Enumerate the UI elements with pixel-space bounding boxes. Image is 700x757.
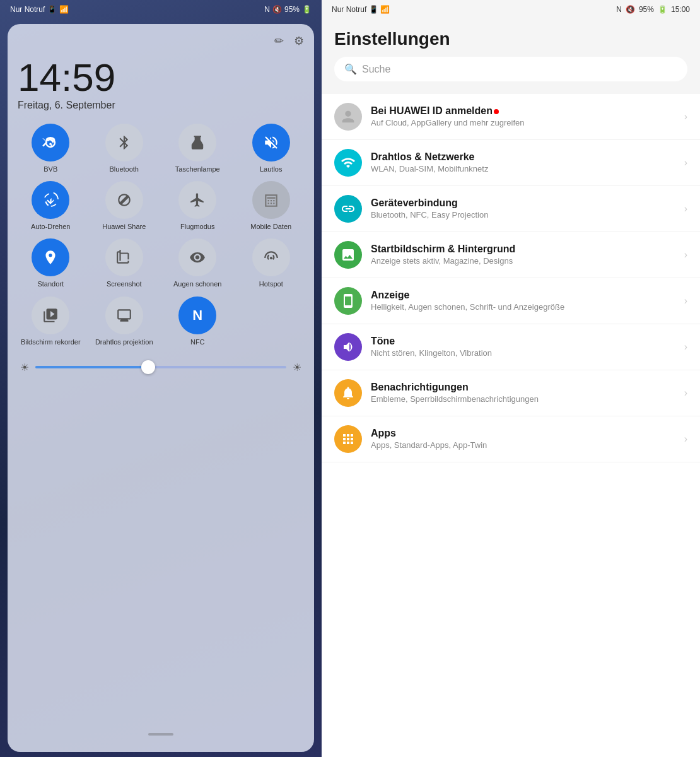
benachrichtigungen-icon [334, 379, 362, 407]
settings-item-toene[interactable]: Töne Nicht stören, Klingelton, Vibration… [322, 324, 700, 370]
card-header: ✏ ⚙ [18, 34, 304, 48]
settings-sub-startbildschirm: Anzeige stets aktiv, Magazine, Designs [371, 256, 679, 267]
toggle-taschenlampe-circle[interactable] [178, 124, 216, 161]
settings-title-netzwerke: Drahtlos & Netzwerke [371, 151, 679, 163]
settings-title-apps: Apps [371, 428, 679, 439]
settings-sub-toene: Nicht stören, Klingelton, Vibration [371, 348, 679, 359]
toggle-hotspot[interactable]: Hotspot [238, 238, 305, 288]
toggle-bluetooth[interactable]: Bluetooth [91, 124, 158, 173]
toggle-bvb[interactable]: BVB [18, 124, 84, 173]
status-icons-left: N 🔇 95% 🔋 [264, 5, 312, 14]
brightness-fill [35, 366, 148, 368]
search-placeholder: Suche [362, 64, 390, 75]
toggle-lautlos[interactable]: Lautlos [238, 124, 305, 173]
settings-item-benachrichtigungen[interactable]: Benachrichtigungen Embleme, Sperrbildsch… [322, 370, 700, 416]
settings-text-benachrichtigungen: Benachrichtigungen Embleme, Sperrbildsch… [371, 382, 679, 405]
chevron-icon: › [684, 249, 687, 261]
settings-text-startbildschirm: Startbildschirm & Hintergrund Anzeige st… [371, 244, 679, 267]
settings-item-startbildschirm[interactable]: Startbildschirm & Hintergrund Anzeige st… [322, 232, 700, 278]
mute-icon-right: 🔇 [626, 5, 635, 14]
swipe-bar [18, 727, 304, 742]
toggle-taschenlampe[interactable]: Taschen­lampe [165, 124, 231, 173]
chevron-icon: › [684, 203, 687, 214]
toggle-bildschirmrekorder-circle[interactable] [32, 296, 69, 334]
edit-icon[interactable]: ✏ [274, 34, 284, 48]
date-display: Freitag, 6. September [18, 100, 304, 111]
battery-icon-left: 🔋 [302, 5, 312, 14]
apps-icon [334, 425, 362, 453]
toggle-hotspot-circle[interactable] [252, 238, 290, 276]
toggle-mobiledaten-circle[interactable] [252, 181, 290, 219]
toggle-drahtlosprojektion[interactable]: Drahtlos projektion [91, 296, 158, 346]
toggle-bluetooth-circle[interactable] [105, 124, 143, 161]
toggle-huaweishare-label: Huawei Share [102, 223, 146, 231]
startbildschirm-icon [334, 241, 362, 269]
toggle-bildschirmrekorder[interactable]: Bildschirm rekorder [18, 296, 84, 346]
toggle-screenshot[interactable]: Screenshot [91, 238, 158, 288]
settings-title-toene: Töne [371, 336, 679, 347]
carrier-info-left: Nur Notruf 📱 📶 [10, 5, 69, 14]
toggle-huaweishare-circle[interactable] [105, 181, 143, 219]
brightness-high-icon: ☀ [293, 361, 301, 373]
search-icon: 🔍 [344, 63, 357, 75]
toggle-nfc-circle[interactable]: N [178, 296, 216, 334]
toggle-bildschirmrekorder-label: Bildschirm rekorder [21, 338, 81, 346]
toggle-bvb-label: BVB [44, 165, 57, 173]
settings-icon[interactable]: ⚙ [294, 34, 304, 48]
brightness-thumb[interactable] [141, 360, 155, 374]
page-title: Einstellungen [334, 29, 687, 49]
toggle-flugmodus[interactable]: Flugmodus [165, 181, 231, 231]
toggle-taschenlampe-label: Taschen­lampe [175, 165, 220, 173]
toggle-augenschonen-label: Augen schonen [173, 280, 221, 288]
avatar-icon [334, 103, 362, 131]
settings-title-geraeteverbindung: Geräteverbindung [371, 197, 679, 209]
clock-display: 14:59 [18, 58, 304, 97]
wifi-icon-left: 📶 [59, 5, 69, 14]
chevron-icon: › [684, 387, 687, 399]
settings-sub-apps: Apps, Standard-Apps, App-Twin [371, 440, 679, 451]
toggle-lautlos-circle[interactable] [252, 124, 290, 161]
notification-card: ✏ ⚙ 14:59 Freitag, 6. September BVB Blue… [8, 24, 314, 752]
settings-item-geraeteverbindung[interactable]: Geräteverbindung Bluetooth, NFC, Easy Pr… [322, 186, 700, 232]
toggle-drahtlosprojektion-label: Drahtlos projektion [95, 338, 153, 346]
nfc-status-left: N [264, 5, 270, 14]
toggle-drahtlosprojektion-circle[interactable] [105, 296, 143, 334]
toggle-empty [238, 296, 305, 346]
toggle-augenschonen[interactable]: Augen schonen [165, 238, 231, 288]
chevron-icon: › [684, 295, 687, 307]
carrier-info-right: Nur Notruf 📱 📶 [332, 5, 390, 14]
settings-item-apps[interactable]: Apps Apps, Standard-Apps, App-Twin › [322, 416, 700, 462]
wifi-icon-right: 📶 [380, 5, 390, 14]
brightness-row: ☀ ☀ [18, 356, 304, 378]
toggle-autodrehen[interactable]: Auto-Drehen [18, 181, 84, 231]
svg-point-1 [50, 143, 52, 146]
swipe-indicator[interactable] [148, 733, 173, 736]
chevron-icon: › [684, 341, 687, 353]
brightness-track[interactable] [35, 366, 286, 368]
carrier-text-left: Nur Notruf [10, 5, 45, 14]
toggle-mobiledaten[interactable]: Mobile Daten [238, 181, 305, 231]
toggle-bluetooth-label: Bluetooth [110, 165, 139, 173]
toggle-screenshot-circle[interactable] [105, 238, 143, 276]
settings-item-netzwerke[interactable]: Drahtlos & Netzwerke WLAN, Dual-SIM, Mob… [322, 140, 700, 186]
anzeige-icon [334, 287, 362, 315]
phone-icon-right: 📱 [369, 5, 378, 14]
status-bar-right: Nur Notruf 📱 📶 N 🔇 95% 🔋 15:00 [322, 0, 700, 19]
settings-title-anzeige: Anzeige [371, 290, 679, 301]
geraeteverbindung-icon [334, 195, 362, 223]
settings-header: Einstellungen 🔍 Suche [322, 19, 700, 89]
toggle-autodrehen-circle[interactable] [32, 181, 69, 219]
toggle-nfc[interactable]: N NFC [165, 296, 231, 346]
clock-right: 15:00 [671, 5, 690, 14]
toggle-huaweishare[interactable]: Huawei Share [91, 181, 158, 231]
settings-item-huawei-id[interactable]: Bei HUAWEI ID anmelden Auf Cloud, AppGal… [322, 94, 700, 140]
toggle-flugmodus-circle[interactable] [178, 181, 216, 219]
toggle-bvb-circle[interactable] [32, 124, 69, 161]
settings-item-anzeige[interactable]: Anzeige Helligkeit, Augen schonen, Schri… [322, 278, 700, 324]
toggle-lautlos-label: Lautlos [260, 165, 282, 173]
toggle-standort[interactable]: Standort [18, 238, 84, 288]
battery-icon-right: 🔋 [658, 5, 667, 14]
toggle-augenschonen-circle[interactable] [178, 238, 216, 276]
toggle-standort-circle[interactable] [32, 238, 69, 276]
search-bar[interactable]: 🔍 Suche [334, 57, 687, 81]
